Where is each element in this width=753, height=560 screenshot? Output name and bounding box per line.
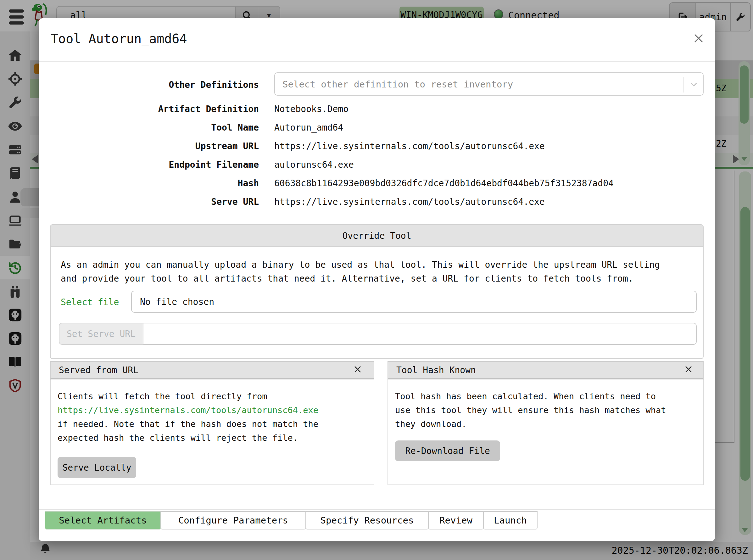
select-divider (683, 77, 684, 93)
tab-specify-resources[interactable]: Specify Resources (305, 511, 429, 529)
tab-configure-parameters[interactable]: Configure Parameters (160, 511, 306, 529)
tool-hash-known-card-header: Tool Hash Known (387, 361, 704, 379)
close-icon (693, 33, 705, 44)
tool-url-link[interactable]: https://live.sysinternals.com/tools/auto… (58, 405, 318, 415)
other-definitions-select[interactable]: Select other definition to reset invento… (274, 72, 704, 96)
chevron-down-icon (689, 80, 698, 89)
wizard-tab-bar: Select Artifacts Configure Parameters Sp… (45, 511, 537, 529)
other-definitions-label: Other Definitions (39, 80, 259, 90)
endpoint-filename-value: autorunsc64.exe (274, 160, 354, 170)
override-tool-header: Override Tool (50, 224, 704, 247)
artifact-definition-label: Artifact Definition (39, 104, 259, 114)
upstream-url-label: Upstream URL (39, 141, 259, 151)
modal-title: Tool Autorun_amd64 (50, 32, 187, 46)
hash-label: Hash (39, 178, 259, 188)
select-file-button[interactable]: Select file (61, 297, 119, 307)
serve-url-input[interactable] (143, 323, 697, 345)
close-icon[interactable] (684, 365, 695, 376)
serve-url-value: https://live.sysinternals.com/tools/auto… (274, 197, 545, 207)
tool-hash-known-text: Tool hash has been calculated. When clie… (395, 389, 669, 431)
serve-url-label: Serve URL (39, 197, 259, 207)
override-tool-description: As an admin you can manually upload a bi… (61, 258, 671, 286)
served-from-url-card-header: Served from URL (50, 361, 374, 379)
modal-footer-divider (39, 509, 715, 510)
tab-review[interactable]: Review (428, 511, 484, 529)
tool-name-label: Tool Name (39, 122, 259, 133)
tab-launch[interactable]: Launch (483, 511, 537, 529)
endpoint-filename-label: Endpoint Filename (39, 160, 259, 170)
set-serve-url-button[interactable]: Set Serve URL (59, 323, 143, 345)
artifact-definition-value: Notebooks.Demo (274, 104, 348, 114)
hash-value: 60638c8b1164293e009bd0326dfc7dce7d0b1d64… (274, 178, 614, 188)
served-from-url-text: Clients will fetch the tool directly fro… (58, 389, 333, 445)
tool-name-value: Autorun_amd64 (274, 122, 343, 133)
re-download-file-button[interactable]: Re-Download File (395, 440, 500, 461)
modal-close-button[interactable] (691, 31, 706, 46)
file-chosen-field[interactable]: No file chosen (131, 291, 697, 313)
upstream-url-value: https://live.sysinternals.com/tools/auto… (274, 141, 545, 151)
tab-select-artifacts[interactable]: Select Artifacts (45, 511, 161, 529)
select-placeholder: Select other definition to reset invento… (282, 79, 513, 90)
tool-details-modal: Tool Autorun_amd64 Other Definitions Sel… (39, 18, 715, 541)
serve-locally-button[interactable]: Serve Locally (58, 457, 136, 478)
screen: ▼ WIN-KMODJ1W0CYG Connected admin (0, 0, 753, 560)
close-icon[interactable] (353, 365, 364, 376)
modal-header-divider (39, 61, 715, 62)
